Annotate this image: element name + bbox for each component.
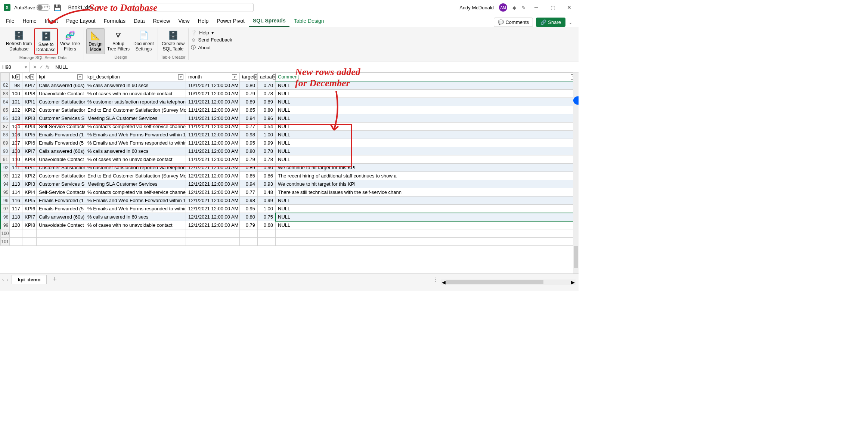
row-number[interactable]: 95 [1, 188, 10, 197]
select-all[interactable] [1, 73, 10, 81]
cell-kpi[interactable]: Customer Satisfaction (E2E) [37, 172, 85, 180]
cell-actual[interactable]: 0.70 [258, 81, 276, 90]
row-number[interactable]: 99 [1, 221, 10, 229]
cell-target[interactable]: 0.98 [240, 197, 258, 205]
cell-actual[interactable]: 0.68 [258, 221, 276, 229]
cell[interactable] [85, 229, 186, 238]
col-id[interactable]: Id▾ [10, 73, 22, 81]
cell-ref[interactable]: KPI7 [22, 147, 37, 155]
filter-icon[interactable]: ▾ [178, 74, 183, 80]
filter-icon[interactable]: ▾ [254, 74, 257, 80]
cell-ref[interactable]: KPI3 [22, 180, 37, 188]
prev-sheet-icon[interactable]: ‹ [2, 276, 4, 282]
cell-desc[interactable]: % of cases with no unavoidable contact [85, 155, 186, 164]
filename[interactable]: Book1.xlsx [68, 4, 93, 10]
share-button[interactable]: 🔗 Share [536, 18, 565, 27]
table-row[interactable]: 95114KPI4Self-Service Contacts% contacts… [1, 188, 579, 197]
cell-ref[interactable]: KPI1 [22, 98, 37, 106]
cell-ref[interactable]: KPI2 [22, 172, 37, 180]
row-number[interactable]: 86 [1, 114, 10, 123]
cell-id[interactable]: 117 [10, 205, 22, 213]
row-number[interactable]: 85 [1, 106, 10, 114]
cell-id[interactable]: 111 [10, 164, 22, 172]
table-row[interactable]: 100 [1, 229, 579, 238]
cell-ref[interactable]: KPI5 [22, 197, 37, 205]
cell-actual[interactable]: 1.00 [258, 131, 276, 139]
cell-comment[interactable]: NULL [276, 114, 579, 123]
cell-month[interactable]: 12/1/2021 12:00:00 AM [186, 188, 240, 197]
row-number[interactable]: 96 [1, 197, 10, 205]
cell-kpi[interactable]: Calls answered (60s) [37, 81, 85, 90]
cell-actual[interactable]: 0.99 [258, 197, 276, 205]
cell-actual[interactable]: 1.00 [258, 205, 276, 213]
cell-target[interactable]: 0.94 [240, 114, 258, 123]
filter-icon[interactable]: ▾ [16, 74, 20, 80]
cell-kpi[interactable]: Self-Service Contacts [37, 123, 85, 131]
cell-comment[interactable]: NULL [276, 123, 579, 131]
cell-comment[interactable]: NULL [276, 139, 579, 147]
cell-comment[interactable]: NULL [276, 81, 579, 90]
row-number[interactable]: 97 [1, 205, 10, 213]
table-row[interactable]: 85102KPI2Customer Satisfaction (E2E)End … [1, 106, 579, 114]
row-number[interactable]: 91 [1, 155, 10, 164]
sheet-tab[interactable]: kpi_demo [12, 275, 47, 284]
cell-kpi[interactable]: Emails Forwarded (1 day) [37, 131, 85, 139]
cell-desc[interactable]: % Emails and Web Forms responded to with… [85, 139, 186, 147]
table-row[interactable]: 8298KPI7Calls answered (60s)% calls answ… [1, 81, 579, 90]
cell-month[interactable]: 10/1/2021 12:00:00 AM [186, 90, 240, 98]
cell-desc[interactable]: End to End Customer Satisfaction (Survey… [85, 106, 186, 114]
cell-desc[interactable]: % calls answered in 60 secs [85, 81, 186, 90]
col-kpi[interactable]: kpi▾ [37, 73, 85, 81]
scrollbar-thumb[interactable] [446, 280, 543, 284]
cell-target[interactable]: 0.94 [240, 180, 258, 188]
cell-ref[interactable]: KPI8 [22, 90, 37, 98]
cell-ref[interactable]: KPI3 [22, 114, 37, 123]
cell-comment[interactable]: NULL [276, 147, 579, 155]
cell[interactable] [10, 238, 22, 246]
cell-ref[interactable]: KPI8 [22, 155, 37, 164]
cell-target[interactable]: 0.80 [240, 147, 258, 155]
scroll-right-icon[interactable]: ▶ [570, 279, 576, 285]
table-row[interactable]: 98118KPI7Calls answered (60s)% calls ans… [1, 213, 579, 221]
cell-kpi[interactable]: Customer Services SLA [37, 114, 85, 123]
row-number[interactable]: 88 [1, 131, 10, 139]
cell[interactable] [85, 238, 186, 246]
design-mode-button[interactable]: 📐Design Mode [86, 28, 105, 54]
cell[interactable] [37, 229, 85, 238]
cell-month[interactable]: 12/1/2021 12:00:00 AM [186, 180, 240, 188]
col-actual[interactable]: actual▾ [258, 73, 276, 81]
cell-comment[interactable]: We continue to hit target for this KPI [276, 164, 579, 172]
cell-kpi[interactable]: Unavoidable Contact [37, 155, 85, 164]
cell[interactable] [37, 238, 85, 246]
cell-desc[interactable]: % Emails and Web Forms responded to with… [85, 205, 186, 213]
cell-id[interactable]: 113 [10, 180, 22, 188]
cell-comment[interactable]: The recent hiring of additional staff co… [276, 172, 579, 180]
cell-id[interactable]: 102 [10, 106, 22, 114]
table-row[interactable]: 101 [1, 238, 579, 246]
collapse-ribbon-icon[interactable]: ⌄ [568, 19, 573, 25]
cell-desc[interactable]: % of cases with no unavoidable contact [85, 90, 186, 98]
cell-comment[interactable]: NULL [276, 197, 579, 205]
cell-comment[interactable]: NULL [276, 205, 579, 213]
row-number[interactable]: 93 [1, 172, 10, 180]
cell[interactable] [22, 229, 37, 238]
row-number[interactable]: 90 [1, 147, 10, 155]
formula-input[interactable]: NULL [52, 64, 71, 70]
cell-target[interactable]: 0.98 [240, 131, 258, 139]
scrollbar-thumb[interactable] [574, 246, 578, 268]
cell-comment[interactable]: NULL [276, 155, 579, 164]
cell-kpi[interactable]: Calls answered (60s) [37, 147, 85, 155]
cell-id[interactable]: 114 [10, 188, 22, 197]
cell-kpi[interactable]: Customer Satisfaction [37, 164, 85, 172]
tab-view[interactable]: View [174, 16, 193, 27]
diamond-icon[interactable]: ◆ [512, 5, 516, 10]
enter-icon[interactable]: ✓ [39, 64, 43, 70]
send-feedback-button[interactable]: ☺Send Feedback [191, 37, 232, 43]
close-button[interactable]: ✕ [564, 4, 575, 10]
cell-target[interactable]: 0.95 [240, 205, 258, 213]
table-row[interactable]: 92111KPI1Customer Satisfaction% customer… [1, 164, 579, 172]
row-number[interactable]: 98 [1, 213, 10, 221]
cell-target[interactable]: 0.79 [240, 90, 258, 98]
table-row[interactable]: 93112KPI2Customer Satisfaction (E2E)End … [1, 172, 579, 180]
save-icon[interactable]: 💾 [54, 4, 61, 11]
